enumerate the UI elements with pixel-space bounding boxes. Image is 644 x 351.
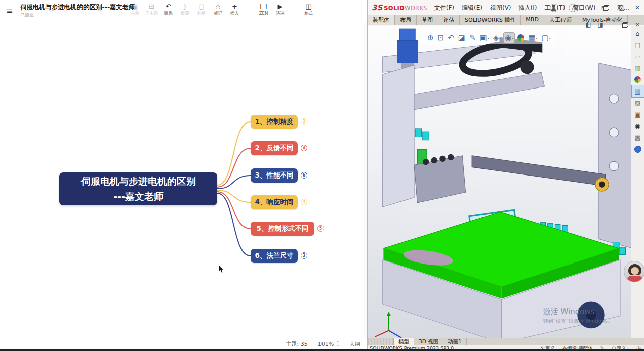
window-close-button[interactable]: ✕ [635,4,640,11]
solidworks-logo[interactable]: 3S SOLIDWORKS [372,3,427,12]
zoom-to-area-icon[interactable]: ⊡ [437,33,445,43]
document-title: 伺服电机与步进电机的的区别---嘉文老师 [20,3,135,12]
view-settings-icon[interactable]: ▢▾ [541,33,552,43]
mouse-cursor [218,265,226,274]
window-minimize-button[interactable]: — [587,4,593,11]
edit-appearance-icon[interactable] [516,34,525,42]
central-topic-line2: ---嘉文老师 [59,189,217,204]
headsup-view-toolbar: ⊕ ⊡ ↶ ◪ ✎ ▣▾ ◈▾ ◉▾ ▦▾ ▢▾ [423,32,555,44]
previous-view-icon[interactable]: ↶ [447,33,455,43]
design-library-icon[interactable]: ▤ [632,39,644,51]
relationship-button[interactable]: ↶ 联系 [160,2,177,17]
screen: ≡ 伺服电机与步进电机的的区别---嘉文老师 已编辑 ▣ 主题 ⊟ 子主题 ↶ … [0,0,644,351]
view-orientation-icon[interactable]: ▣▾ [479,33,490,43]
boundary-button[interactable]: ▢ 外框 [193,2,210,17]
branch-3-count-badge[interactable]: 6 [301,172,307,179]
insert-button[interactable]: + 插入 [226,2,243,17]
format-panel-icon: ◫ [305,2,311,11]
dynamic-annotation-icon[interactable]: ✎ [468,33,477,43]
section-view-icon[interactable]: ◪ [457,33,466,43]
hide-show-items-icon[interactable]: ◉▾ [504,33,514,43]
branch-node-3[interactable]: 3、性能不同 [251,168,298,183]
tab-3d-views[interactable]: 3D 视图 [414,338,443,345]
3dexperience-icon[interactable] [632,143,644,155]
zen-brackets-icon: [ ] [260,2,267,11]
help-icon[interactable]: ? [569,4,577,12]
tools-icon[interactable]: ▨ [632,97,644,109]
assembly-model [368,26,631,338]
tab-layout[interactable]: 布局 [395,15,417,25]
branch-2-count-badge[interactable]: 4 [301,145,307,151]
branch-node-4[interactable]: 4、响应时间 [251,195,298,209]
menu-insert[interactable]: 插入(I) [519,4,537,12]
doc-restore-button[interactable] [622,22,628,28]
file-explorer-icon[interactable]: ▱ [632,51,644,62]
mindmap-canvas[interactable]: 伺服电机与步进电机的区别 ---嘉文老师 1、控制精度 2 2、反馈不同 4 3… [0,22,363,339]
window-restore-button[interactable] [603,5,609,11]
branch-node-1[interactable]: 1、控制精度 [251,115,298,129]
tab-scroll-buttons[interactable] [368,338,394,345]
appearances-icon[interactable] [632,74,644,85]
zoom-stepper-icon[interactable]: ⌃⌄ [336,342,339,347]
branch-4-count-badge[interactable]: 3 [301,199,307,205]
branch-node-2[interactable]: 2、反馈不同 [251,141,298,155]
pane-right-icon[interactable]: ◨ [598,21,603,28]
present-button[interactable]: ▶ 演讲 [272,2,288,17]
window-maximize-button[interactable]: □ [619,4,625,11]
menu-hamburger-icon[interactable]: ≡ [6,6,13,16]
solidworks-window: 3S SOLIDWORKS 文件(F) 编辑(E) 视图(V) 插入(I) 工具… [368,0,644,351]
document-title-block[interactable]: 伺服电机与步进电机的的区别---嘉文老师 已编辑 [20,3,135,19]
tab-daengineer[interactable]: 大工程师 [544,15,577,25]
zoom-control[interactable]: 101% ⌃⌄ [318,341,339,347]
custom-properties-icon[interactable]: ▥ [632,85,644,97]
menubar-right-controls: ? — □ ✕ [550,0,640,15]
templates-icon[interactable]: ▩ [632,132,644,143]
marker-button[interactable]: ☆ 标记 [210,2,226,17]
tab-assembly[interactable]: 装配体 [368,15,395,25]
document-tab-bar: 模型 3D 视图 动画1 [368,338,644,345]
branch-node-5[interactable]: 5、控制形式不同 [251,222,314,236]
solidworks-logo-mark-icon: 3S [372,3,382,12]
central-topic-line1: 伺服电机与步进电机的区别 [59,173,217,189]
home-icon[interactable]: ⌂ [632,28,644,39]
menu-edit[interactable]: 编辑(E) [462,4,482,12]
parts-library-icon[interactable]: ▣ [632,109,644,120]
format-button[interactable]: ◫ 格式 [300,2,317,17]
tab-sketch[interactable]: 草图 [417,15,438,25]
summary-icon: } [183,2,187,11]
graphics-viewport[interactable]: ⊕ ⊡ ↶ ◪ ✎ ▣▾ ◈▾ ◉▾ ▦▾ ▢▾ 激活 Windows 转到“设… [368,26,631,338]
branch-1-count-badge[interactable]: 2 [301,118,307,125]
zen-mode-button[interactable]: [ ] ZEN [255,2,272,16]
tab-animation1[interactable]: 动画1 [443,338,467,345]
tab-evaluate[interactable]: 评估 [438,15,460,25]
present-play-icon: ▶ [278,2,283,11]
summary-button[interactable]: } 概要 [177,2,193,17]
branch-5-count-badge[interactable]: 5 [317,225,324,232]
view-palette-icon[interactable]: ▦ [632,62,644,74]
boundary-icon: ▢ [198,2,204,11]
subtopic-button[interactable]: ⊟ 子主题 [143,2,160,17]
branch-node-6[interactable]: 6、法兰尺寸 [251,249,298,263]
pane-left-icon[interactable]: ◧ [585,21,591,28]
menu-view[interactable]: 视图(V) [490,4,511,12]
central-topic-node[interactable]: 伺服电机与步进电机的区别 ---嘉文老师 [59,172,217,205]
topic-button[interactable]: ▣ 主题 [127,2,143,17]
doc-minimize-button[interactable]: — [610,21,616,28]
topic-count: 主题: 35 [286,340,307,348]
subtopic-icon: ⊟ [149,2,154,11]
preview-icon[interactable]: ◉ [632,120,644,132]
toolbar-actions: ▣ 主题 ⊟ 子主题 ↶ 联系 } 概要 ▢ 外框 [127,2,317,17]
task-pane: ⌂ ▤ ▱ ▦ ▥ ▨ ▣ ◉ ▩ [631,26,644,338]
outline-toggle[interactable]: 大纲 [349,340,360,348]
tab-addins[interactable]: SOLIDWORKS 插件 [460,15,521,25]
doc-close-button[interactable]: ✕ [635,21,640,28]
user-account-icon[interactable] [550,4,558,12]
branch-6-count-badge[interactable]: 3 [301,252,307,259]
mindmap-app-window: ≡ 伺服电机与步进电机的的区别---嘉文老师 已编辑 ▣ 主题 ⊟ 子主题 ↶ … [0,0,367,351]
apply-scene-icon[interactable]: ▦▾ [527,33,538,43]
menu-file[interactable]: 文件(F) [434,4,454,12]
zoom-to-fit-icon[interactable]: ⊕ [426,33,435,43]
tab-mbd[interactable]: MBD [521,15,544,25]
tab-model[interactable]: 模型 [394,338,414,345]
display-style-icon[interactable]: ◈▾ [492,33,502,43]
